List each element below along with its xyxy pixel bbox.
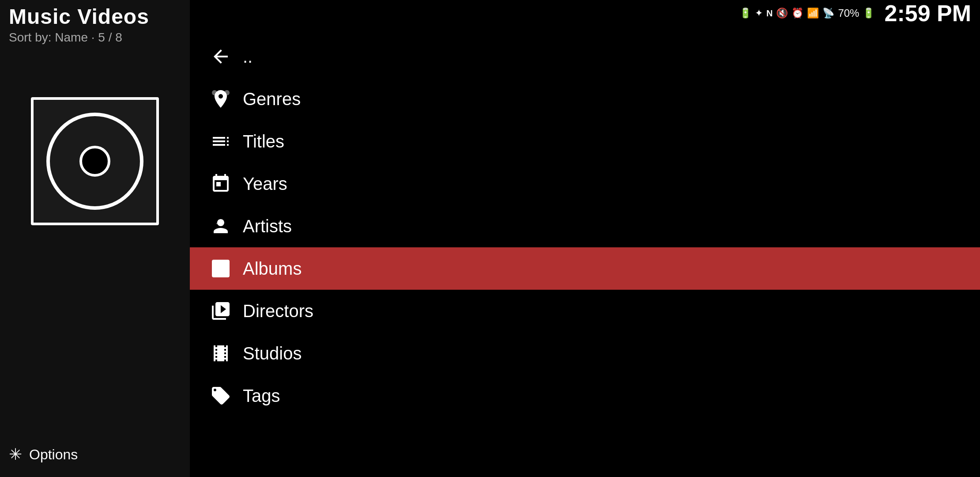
- svg-point-4: [219, 267, 222, 270]
- options-icon: ✳: [9, 445, 22, 464]
- artists-icon: [207, 213, 234, 239]
- menu-list: ..GenresTitlesYearsArtistsAlbumsDirector…: [190, 0, 980, 417]
- tags-icon: [207, 382, 234, 409]
- menu-label-tags: Tags: [243, 386, 280, 406]
- battery-percent: 70%: [838, 7, 859, 19]
- menu-label-studios: Studios: [243, 344, 302, 363]
- status-bar: 🔋 ✦ N 🔇 ⏰ 📶 📡 70% 🔋 2:59 PM: [739, 0, 980, 26]
- battery-icon: 🔋: [863, 8, 874, 19]
- svg-point-0: [212, 90, 217, 95]
- albums-icon: [207, 255, 234, 282]
- menu-label-albums: Albums: [243, 259, 302, 279]
- svg-point-1: [224, 90, 230, 95]
- menu-label-titles: Titles: [243, 132, 284, 151]
- battery-save-icon: 🔋: [739, 8, 751, 19]
- menu-item-artists[interactable]: Artists: [190, 205, 980, 247]
- bluetooth-icon: ✦: [755, 8, 763, 19]
- menu-item-genres[interactable]: Genres: [190, 78, 980, 120]
- nfc-icon: N: [766, 8, 773, 19]
- title-area: Music Videos Sort by: Name · 5 / 8: [9, 4, 149, 45]
- disc-inner: [79, 146, 110, 177]
- menu-label-genres: Genres: [243, 89, 301, 109]
- page-title: Music Videos: [9, 4, 149, 29]
- directors-icon: [207, 298, 234, 324]
- left-panel: Music Videos Sort by: Name · 5 / 8 ✳ Opt…: [0, 0, 190, 477]
- time-display: 2:59 PM: [884, 0, 971, 26]
- menu-label-years: Years: [243, 174, 287, 194]
- menu-label-artists: Artists: [243, 216, 292, 236]
- options-label: Options: [29, 447, 78, 463]
- menu-item-back[interactable]: ..: [190, 35, 980, 78]
- alarm-icon: ⏰: [792, 8, 803, 19]
- studios-icon: [207, 340, 234, 367]
- years-icon: [207, 170, 234, 197]
- options-bar[interactable]: ✳ Options: [9, 445, 78, 464]
- menu-item-albums[interactable]: Albums: [190, 247, 980, 290]
- album-art: [31, 97, 159, 225]
- mute-icon: 🔇: [776, 8, 788, 19]
- back-icon: [207, 43, 234, 70]
- menu-item-directors[interactable]: Directors: [190, 290, 980, 332]
- menu-label-directors: Directors: [243, 301, 313, 321]
- titles-icon: [207, 128, 234, 155]
- menu-item-years[interactable]: Years: [190, 163, 980, 205]
- menu-item-titles[interactable]: Titles: [190, 120, 980, 163]
- menu-label-back: ..: [243, 47, 253, 67]
- disc-outer: [46, 113, 143, 210]
- signal-icon: 📡: [822, 8, 834, 19]
- sort-info: Sort by: Name · 5 / 8: [9, 30, 149, 45]
- genres-icon: [207, 86, 234, 112]
- status-icons: 🔋 ✦ N 🔇 ⏰ 📶 📡 70% 🔋: [739, 7, 875, 19]
- right-panel: ..GenresTitlesYearsArtistsAlbumsDirector…: [190, 0, 980, 477]
- menu-item-tags[interactable]: Tags: [190, 375, 980, 417]
- wifi-icon: 📶: [807, 8, 819, 19]
- menu-item-studios[interactable]: Studios: [190, 332, 980, 375]
